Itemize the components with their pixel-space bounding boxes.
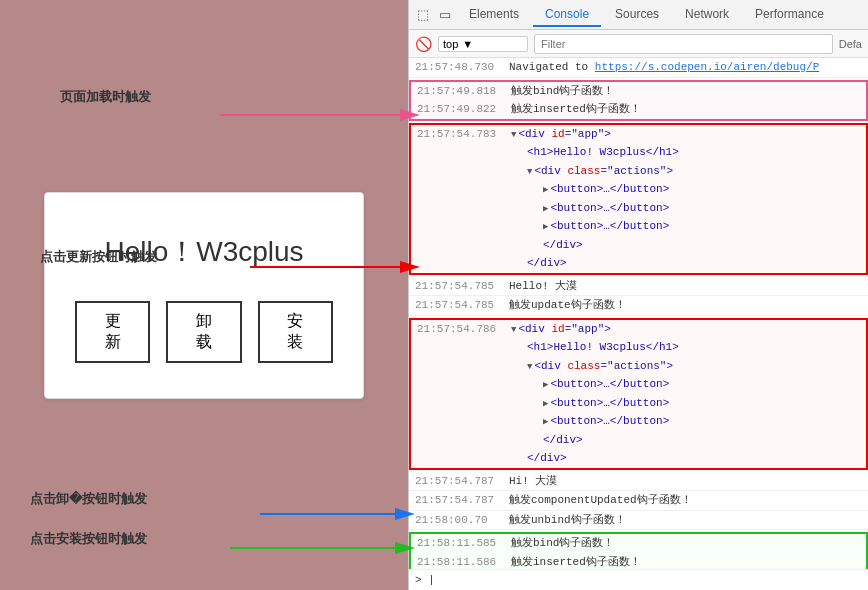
left-panel: 页面加载时触发 点击更新按钮时触发 Hello！W3cplus 更新 卸载 安装… bbox=[0, 0, 408, 590]
annotation-install: 点击安装按钮时触发 bbox=[30, 530, 147, 548]
log-dom2-btn3: ▶<button>…</button> bbox=[411, 412, 866, 431]
default-label: Defa bbox=[839, 38, 862, 50]
log-dom2-actions: ▼<div class="actions"> bbox=[411, 357, 866, 376]
log-dom2-h1: <h1>Hello! W3cplus</h1> bbox=[411, 338, 866, 357]
clear-console-button[interactable]: 🚫 bbox=[415, 36, 432, 52]
cursor: | bbox=[428, 574, 435, 586]
log-inserted-2: 21:58:11.586 触发inserted钩子函数！ bbox=[411, 553, 866, 570]
tab-console[interactable]: Console bbox=[533, 3, 601, 27]
console-content: 21:57:48.730 Navigated to https://s.code… bbox=[409, 58, 868, 569]
arrow-pink bbox=[220, 100, 420, 130]
log-dom2-btn2: ▶<button>…</button> bbox=[411, 394, 866, 413]
chevron-down-icon: ▼ bbox=[462, 38, 473, 50]
tab-performance[interactable]: Performance bbox=[743, 3, 836, 27]
highlight-dom-tree-2: 21:57:54.786 ▼<div id="app"> <h1>Hello! … bbox=[409, 318, 868, 470]
inspect-icon[interactable]: ⬚ bbox=[413, 5, 433, 25]
log-inserted: 21:57:49.822 触发inserted钩子函数！ bbox=[411, 100, 866, 119]
arrow-blue bbox=[260, 502, 415, 527]
context-selector[interactable]: top ▼ bbox=[438, 36, 528, 52]
log-dom2-close-actions: </div> bbox=[411, 431, 866, 450]
log-dom-btn3: ▶<button>…</button> bbox=[411, 217, 866, 236]
highlight-bind-inserted-2: 21:58:11.585 触发bind钩子函数！ 21:58:11.586 触发… bbox=[409, 532, 868, 569]
annotation-update: 点击更新按钮时触发 bbox=[40, 248, 157, 266]
arrow-green bbox=[230, 536, 415, 561]
svg-marker-7 bbox=[395, 542, 415, 554]
log-dom-h1: <h1>Hello! W3cplus</h1> bbox=[411, 143, 866, 162]
app-card: Hello！W3cplus 更新 卸载 安装 bbox=[44, 192, 364, 399]
log-nav: 21:57:48.730 Navigated to https://s.code… bbox=[409, 58, 868, 78]
console-toolbar: 🚫 top ▼ Defa bbox=[409, 30, 868, 58]
devtools-tabs: ⬚ ▭ Elements Console Sources Network Per… bbox=[409, 0, 868, 30]
filter-input[interactable] bbox=[534, 34, 833, 54]
right-panel: ⬚ ▭ Elements Console Sources Network Per… bbox=[408, 0, 868, 590]
tab-elements[interactable]: Elements bbox=[457, 3, 531, 27]
log-dom-close-actions: </div> bbox=[411, 236, 866, 255]
device-icon[interactable]: ▭ bbox=[435, 5, 455, 25]
log-dom-close-app: </div> bbox=[411, 254, 866, 273]
log-hello-damo: 21:57:54.785 Hello! 大漠 bbox=[409, 277, 868, 297]
console-prompt[interactable]: > | bbox=[409, 569, 868, 590]
log-dom-actions: ▼<div class="actions"> bbox=[411, 162, 866, 181]
arrow-red bbox=[250, 252, 420, 282]
app-buttons: 更新 卸载 安装 bbox=[75, 301, 333, 363]
install-button[interactable]: 安装 bbox=[258, 301, 333, 363]
log-dom-btn2: ▶<button>…</button> bbox=[411, 199, 866, 218]
log-hi-damo: 21:57:54.787 Hi! 大漠 bbox=[409, 472, 868, 492]
log-unbind: 21:58:00.70 触发unbind钩子函数！ bbox=[409, 511, 868, 531]
annotation-uninstall: 点击卸�按钮时触发 bbox=[30, 490, 147, 508]
annotation-load: 页面加载时触发 bbox=[60, 88, 151, 106]
update-button[interactable]: 更新 bbox=[75, 301, 150, 363]
log-bind-2: 21:58:11.585 触发bind钩子函数！ bbox=[411, 534, 866, 553]
log-dom-btn1: ▶<button>…</button> bbox=[411, 180, 866, 199]
log-component-updated: 21:57:54.787 触发componentUpdated钩子函数！ bbox=[409, 491, 868, 511]
svg-marker-3 bbox=[400, 261, 420, 273]
svg-marker-1 bbox=[400, 109, 420, 121]
tab-sources[interactable]: Sources bbox=[603, 3, 671, 27]
highlight-bind-inserted: 21:57:49.818 触发bind钩子函数！ 21:57:49.822 触发… bbox=[409, 80, 868, 121]
log-dom2-close-app: </div> bbox=[411, 449, 866, 468]
context-value: top bbox=[443, 38, 458, 50]
log-dom-root: 21:57:54.783 ▼<div id="app"> bbox=[411, 125, 866, 144]
log-bind: 21:57:49.818 触发bind钩子函数！ bbox=[411, 82, 866, 101]
log-dom2-root: 21:57:54.786 ▼<div id="app"> bbox=[411, 320, 866, 339]
svg-marker-5 bbox=[395, 508, 415, 520]
highlight-dom-tree-1: 21:57:54.783 ▼<div id="app"> <h1>Hello! … bbox=[409, 123, 868, 275]
uninstall-button[interactable]: 卸载 bbox=[166, 301, 241, 363]
log-update-hook: 21:57:54.785 触发update钩子函数！ bbox=[409, 296, 868, 316]
tab-network[interactable]: Network bbox=[673, 3, 741, 27]
log-dom2-btn1: ▶<button>…</button> bbox=[411, 375, 866, 394]
